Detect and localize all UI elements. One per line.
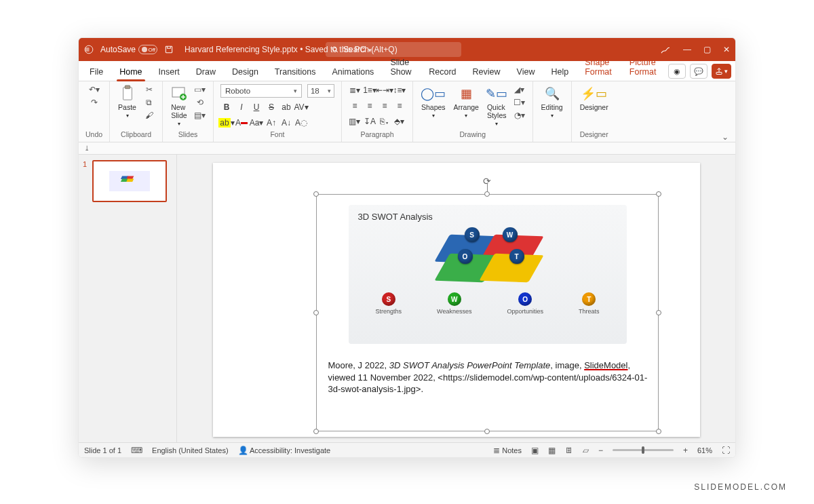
align-text-button[interactable]: ⎘▾ xyxy=(379,115,391,128)
tab-record[interactable]: Record xyxy=(422,63,463,81)
font-color-button[interactable]: A xyxy=(235,117,248,129)
group-designer: ⚡▭Designer Designer xyxy=(572,81,617,142)
autosave-toggle[interactable]: AutoSave Off xyxy=(100,45,157,54)
accessibility-status[interactable]: Accessibility: Investigate xyxy=(250,446,330,454)
copy-button[interactable]: ⧉ xyxy=(143,97,155,108)
slide-indicator[interactable]: Slide 1 of 1 xyxy=(84,446,121,454)
collapse-ribbon-button[interactable]: ⌄ xyxy=(722,132,729,142)
close-button[interactable]: ✕ xyxy=(723,45,730,54)
shape-outline-button[interactable]: ☐▾ xyxy=(513,97,526,108)
handle-nw[interactable] xyxy=(313,191,319,197)
save-icon[interactable] xyxy=(164,45,174,54)
language-indicator[interactable]: English (United States) xyxy=(152,446,229,454)
smartart-button[interactable]: ⬘▾ xyxy=(393,115,406,128)
format-painter-button[interactable]: 🖌 xyxy=(143,110,155,121)
numbering-button[interactable]: 1≡▾ xyxy=(364,84,376,96)
group-label-designer: Designer xyxy=(579,129,610,140)
change-case-button[interactable]: Aa▾ xyxy=(250,117,263,129)
strike-button[interactable]: S xyxy=(265,101,277,113)
tab-home[interactable]: Home xyxy=(113,63,149,81)
designer-button[interactable]: ⚡▭Designer xyxy=(579,84,610,113)
shrink-font-button[interactable]: A↓ xyxy=(280,117,292,129)
grow-font-button[interactable]: A↑ xyxy=(265,117,277,129)
comments-button[interactable]: 💬 xyxy=(690,64,708,79)
cut-button[interactable]: ✂ xyxy=(143,84,155,95)
tab-draw[interactable]: Draw xyxy=(189,63,222,81)
section-button[interactable]: ▤▾ xyxy=(194,110,206,121)
new-slide-button[interactable]: New Slide▾ xyxy=(170,84,189,128)
tab-insert[interactable]: Insert xyxy=(152,63,187,81)
zoom-slider[interactable] xyxy=(613,449,674,451)
shape-effects-button[interactable]: ◔▾ xyxy=(513,110,526,121)
tab-view[interactable]: View xyxy=(510,63,542,81)
svg-point-3 xyxy=(332,47,336,51)
slide-thumbnail-1[interactable] xyxy=(92,160,167,202)
group-font: Roboto▾ 18▾ B I U S ab AV▾ ab▾ A Aa▾ xyxy=(214,81,342,142)
reading-view-button[interactable]: 🗏 xyxy=(565,446,573,455)
maximize-button[interactable]: ▢ xyxy=(703,45,711,54)
shape-fill-button[interactable]: ◢▾ xyxy=(513,84,526,95)
handle-w[interactable] xyxy=(313,310,319,315)
columns-button[interactable]: ▥▾ xyxy=(349,115,361,128)
zoom-in-button[interactable]: + xyxy=(683,446,688,455)
accessibility-icon: 👤 xyxy=(238,446,248,455)
slide-canvas-area[interactable]: 3D SWOT Analysis S W O T SStrengths WWea… xyxy=(177,155,735,442)
align-right-button[interactable]: ≡ xyxy=(379,100,391,112)
justify-button[interactable]: ≡ xyxy=(393,100,406,112)
arrange-button[interactable]: ▦Arrange▾ xyxy=(452,84,480,120)
selection-frame[interactable]: ⟳ xyxy=(316,194,659,431)
svg-rect-4 xyxy=(716,73,722,75)
normal-view-button[interactable]: ▣ xyxy=(531,446,539,455)
tab-slideshow[interactable]: Slide Show xyxy=(383,54,419,81)
clear-format-button[interactable]: A◌ xyxy=(295,117,307,129)
tab-shape-format[interactable]: Shape Format xyxy=(578,54,620,81)
char-spacing-button[interactable]: AV▾ xyxy=(295,101,307,113)
quick-styles-button[interactable]: ✎▭Quick Styles▾ xyxy=(486,84,508,128)
camera-button[interactable]: ◉ xyxy=(668,64,686,79)
search-icon xyxy=(331,45,339,54)
tab-animations[interactable]: Animations xyxy=(326,63,381,81)
handle-n[interactable] xyxy=(484,191,490,197)
handle-s[interactable] xyxy=(484,429,490,434)
notes-button[interactable]: ≣ Notes xyxy=(493,446,522,455)
customize-qat-button[interactable]: ⤓ xyxy=(84,144,90,152)
shadow-button[interactable]: ab xyxy=(280,101,292,113)
list-level-button[interactable]: ⇤⇥▾ xyxy=(379,84,391,96)
slideshow-view-button[interactable]: ▱ xyxy=(583,446,589,455)
handle-e[interactable] xyxy=(656,310,661,315)
text-direction-button[interactable]: ↧A xyxy=(364,115,376,128)
handle-se[interactable] xyxy=(656,429,661,434)
reset-button[interactable]: ⟲ xyxy=(194,97,206,108)
handle-sw[interactable] xyxy=(313,429,319,434)
font-size-select[interactable]: 18▾ xyxy=(307,84,334,98)
underline-button[interactable]: U xyxy=(250,101,263,113)
shapes-button[interactable]: ◯▭Shapes▾ xyxy=(420,84,447,120)
line-spacing-button[interactable]: ↕≡▾ xyxy=(393,84,406,96)
layout-button[interactable]: ▭▾ xyxy=(194,84,206,95)
handle-ne[interactable] xyxy=(656,191,661,197)
sorter-view-button[interactable]: ▦ xyxy=(548,446,556,455)
redo-button[interactable]: ↷ xyxy=(88,97,100,108)
align-center-button[interactable]: ≡ xyxy=(364,100,376,112)
tab-review[interactable]: Review xyxy=(466,63,507,81)
align-left-button[interactable]: ≡ xyxy=(349,100,361,112)
bullets-button[interactable]: ≣▾ xyxy=(349,84,361,96)
editing-button[interactable]: 🔍Editing▾ xyxy=(540,84,564,120)
undo-button[interactable]: ↶▾ xyxy=(88,84,100,95)
tab-picture-format[interactable]: Picture Format xyxy=(623,54,665,81)
zoom-out-button[interactable]: − xyxy=(598,446,603,455)
tab-design[interactable]: Design xyxy=(225,63,265,81)
share-button[interactable]: ▾ xyxy=(712,64,731,79)
spellcheck-icon[interactable]: ⌨ xyxy=(131,446,142,455)
tab-file[interactable]: File xyxy=(83,63,110,81)
highlight-button[interactable]: ab▾ xyxy=(220,117,233,129)
minimize-button[interactable]: — xyxy=(683,45,691,54)
zoom-level[interactable]: 61% xyxy=(697,446,712,454)
fit-to-window-button[interactable]: ⛶ xyxy=(722,446,730,455)
tab-help[interactable]: Help xyxy=(544,63,575,81)
font-name-select[interactable]: Roboto▾ xyxy=(220,84,302,98)
paste-button[interactable]: Paste▾ xyxy=(117,84,138,120)
bold-button[interactable]: B xyxy=(220,101,233,113)
italic-button[interactable]: I xyxy=(235,101,248,113)
tab-transitions[interactable]: Transitions xyxy=(268,63,323,81)
